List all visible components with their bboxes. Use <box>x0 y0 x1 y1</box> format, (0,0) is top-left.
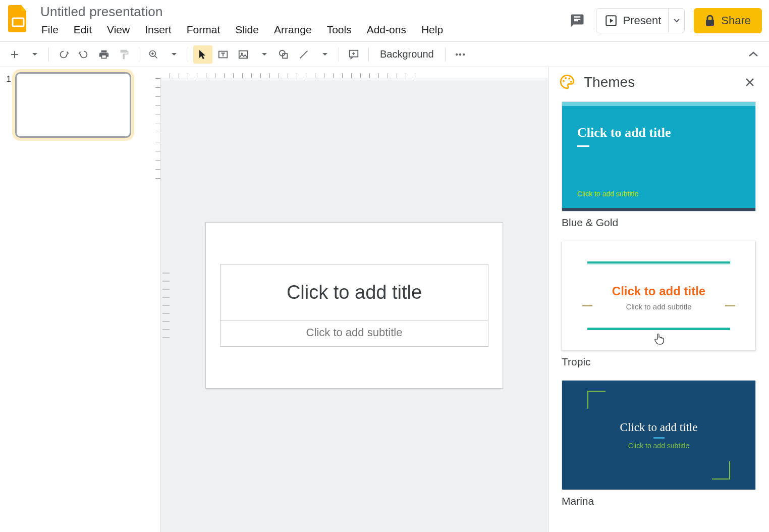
palette-icon <box>559 73 577 91</box>
share-button[interactable]: Share <box>694 8 762 33</box>
preview-subtitle: Click to add subtitle <box>628 442 689 450</box>
chevron-up-icon <box>748 51 758 58</box>
redo-button[interactable] <box>74 45 93 64</box>
line-icon <box>298 49 309 60</box>
textbox-tool[interactable] <box>213 45 233 64</box>
line-tool[interactable] <box>294 45 313 64</box>
preview-title: Click to add title <box>620 421 698 434</box>
separator <box>445 47 446 62</box>
new-slide-button[interactable] <box>6 45 23 64</box>
present-icon <box>605 14 618 27</box>
shape-tool[interactable] <box>274 45 293 64</box>
background-button[interactable]: Background <box>374 48 440 60</box>
undo-icon <box>58 49 69 60</box>
zoom-dropdown[interactable] <box>163 45 183 64</box>
preview-title: Click to add title <box>577 125 740 140</box>
app-header: Untitled presentation File Edit View Ins… <box>0 0 769 41</box>
image-icon <box>238 49 249 60</box>
slide-thumbnail[interactable] <box>15 72 131 138</box>
svg-point-10 <box>456 53 458 55</box>
subtitle-placeholder[interactable]: Click to add subtitle <box>220 321 488 347</box>
menu-edit[interactable]: Edit <box>67 22 99 38</box>
theme-preview: Click to add title Click to add subtitle <box>562 241 755 350</box>
menu-help[interactable]: Help <box>414 22 450 38</box>
image-tool[interactable] <box>234 45 253 64</box>
close-icon <box>745 77 755 87</box>
chevron-down-icon <box>674 19 680 23</box>
main-area: 1 Click to add title Click to add subtit… <box>0 67 769 532</box>
pointer-cursor-icon <box>654 333 664 345</box>
theme-card-tropic[interactable]: Click to add title Click to add subtitle <box>562 241 756 351</box>
new-slide-dropdown[interactable] <box>24 45 43 64</box>
theme-preview: Click to add title Click to add subtitle <box>562 381 755 490</box>
active-slide[interactable]: Click to add title Click to add subtitle <box>205 222 503 389</box>
separator <box>139 47 139 62</box>
comments-icon[interactable] <box>568 11 587 30</box>
menu-format[interactable]: Format <box>180 22 228 38</box>
print-button[interactable] <box>94 45 114 64</box>
line-dropdown[interactable] <box>314 45 334 64</box>
ruler-vertical <box>149 78 160 532</box>
svg-point-15 <box>568 78 570 80</box>
separator <box>368 47 369 62</box>
present-dropdown[interactable] <box>668 9 684 33</box>
menu-file[interactable]: File <box>40 22 66 38</box>
more-button[interactable] <box>451 45 470 64</box>
svg-point-14 <box>565 77 567 79</box>
menu-addons[interactable]: Add-ons <box>360 22 413 38</box>
present-label: Present <box>623 14 661 27</box>
select-tool[interactable] <box>193 45 212 64</box>
ruler-horizontal <box>149 67 548 78</box>
themes-panel: Themes Click to add title Click to add s… <box>548 67 769 532</box>
theme-card-marina[interactable]: Click to add title Click to add subtitle <box>562 380 756 490</box>
cursor-icon <box>198 49 207 60</box>
undo-button[interactable] <box>54 45 73 64</box>
more-icon <box>455 52 466 57</box>
lock-icon <box>705 15 715 27</box>
filmstrip[interactable]: 1 <box>0 67 149 532</box>
redo-icon <box>78 49 89 60</box>
menu-slide[interactable]: Slide <box>228 22 266 38</box>
share-label: Share <box>721 14 751 27</box>
menu-arrange[interactable]: Arrange <box>267 22 319 38</box>
canvas[interactable]: Click to add title Click to add subtitle <box>160 78 548 532</box>
add-comment-icon <box>348 49 359 60</box>
slide-thumb-row[interactable]: 1 <box>3 72 146 138</box>
canvas-column: Click to add title Click to add subtitle <box>149 67 548 532</box>
slides-logo[interactable] <box>7 4 29 33</box>
menu-bar: File Edit View Insert Format Slide Arran… <box>40 22 568 38</box>
comment-tool[interactable] <box>344 45 363 64</box>
toolbar: Background <box>0 41 769 67</box>
preview-subtitle: Click to add subtitle <box>577 190 638 198</box>
paint-format-button[interactable] <box>115 45 134 64</box>
zoom-icon <box>148 49 158 60</box>
speaker-notes-gutter <box>160 273 172 338</box>
close-themes-button[interactable] <box>741 75 759 89</box>
menu-view[interactable]: View <box>100 22 137 38</box>
svg-rect-5 <box>239 50 248 58</box>
themes-list[interactable]: Click to add title Click to add subtitle… <box>548 101 769 532</box>
separator <box>339 47 339 62</box>
plus-icon <box>10 50 19 59</box>
themes-title: Themes <box>584 74 734 90</box>
shape-icon <box>278 49 289 60</box>
menu-tools[interactable]: Tools <box>320 22 359 38</box>
document-title[interactable]: Untitled presentation <box>40 4 568 20</box>
theme-card-blue-gold[interactable]: Click to add title Click to add subtitle <box>562 101 756 211</box>
zoom-button[interactable] <box>144 45 162 64</box>
preview-title: Click to add title <box>612 284 705 298</box>
collapse-toolbar-button[interactable] <box>744 45 763 64</box>
svg-rect-2 <box>706 20 714 26</box>
theme-preview: Click to add title Click to add subtitle <box>562 102 755 211</box>
preview-subtitle: Click to add subtitle <box>626 302 691 311</box>
image-dropdown[interactable] <box>254 45 273 64</box>
theme-name: Tropic <box>562 356 756 368</box>
present-button[interactable]: Present <box>596 8 685 33</box>
menu-insert[interactable]: Insert <box>138 22 179 38</box>
title-placeholder[interactable]: Click to add title <box>220 264 488 321</box>
print-icon <box>98 49 109 60</box>
theme-name: Blue & Gold <box>562 217 756 229</box>
paint-format-icon <box>119 49 130 60</box>
svg-point-16 <box>570 81 572 83</box>
separator <box>48 47 49 62</box>
